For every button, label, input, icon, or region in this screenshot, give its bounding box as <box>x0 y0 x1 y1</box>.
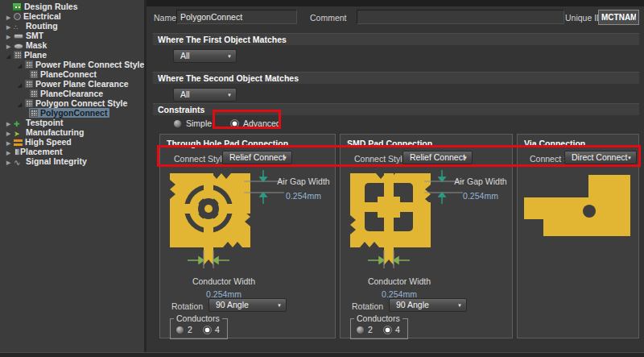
via-connection-panel: Via Connection Connect Style Direct Conn… <box>517 134 639 338</box>
name-input[interactable] <box>176 10 297 24</box>
tree-item-smt[interactable]: SMT <box>0 31 144 40</box>
expand-icon[interactable] <box>4 127 13 137</box>
radio-selected-icon[interactable] <box>230 119 239 128</box>
dropdown-value: All <box>180 89 190 99</box>
first-object-scope-dropdown[interactable]: All <box>173 49 237 63</box>
collapse-icon[interactable] <box>15 79 24 89</box>
tree-item-label: Power Plane Clearance <box>35 79 129 89</box>
expand-icon[interactable] <box>4 118 13 127</box>
radio-icon[interactable] <box>173 119 182 128</box>
dropdown-value: 90 Angle <box>216 300 249 309</box>
air-gap-arrows <box>439 170 445 204</box>
connect-style-label: Connect Style <box>174 154 226 164</box>
radio-icon[interactable] <box>175 326 184 334</box>
tree-item-testpoint[interactable]: Testpoint <box>0 118 144 127</box>
option-label: 2 <box>188 325 192 334</box>
rule-icon <box>30 70 38 78</box>
option-label: 4 <box>395 325 400 334</box>
dropdown-value: All <box>180 51 190 60</box>
rule-icon <box>30 109 38 117</box>
design-rules-tree: Design Rules Electrical Routing SMT Mask… <box>0 0 144 352</box>
placement-icon <box>14 148 20 156</box>
constraints-section-header: Constraints <box>153 103 639 115</box>
expand-icon[interactable] <box>4 156 13 166</box>
expand-icon[interactable] <box>4 11 13 21</box>
radio-selected-icon[interactable] <box>383 326 392 334</box>
tree-item-plane-clearance[interactable]: PlaneClearance <box>0 89 144 98</box>
design-rules-icon <box>12 2 22 11</box>
tree-item-label: Power Plane Connect Style <box>35 60 144 69</box>
connect-style-dropdown[interactable]: Direct Connect <box>564 151 637 164</box>
tree-item-routing[interactable]: Routing <box>0 21 144 31</box>
conductors-label: Conductors <box>354 313 402 323</box>
tree-item-label: Testpoint <box>26 118 63 127</box>
conductors-4-radio[interactable]: 4 <box>203 325 220 334</box>
unique-id-input[interactable] <box>598 10 639 25</box>
conductors-2-radio[interactable]: 2 <box>175 325 192 334</box>
tree-item-plane[interactable]: Plane <box>0 50 144 60</box>
tree-item-label: PlaneConnect <box>40 69 97 79</box>
advanced-mode-radio[interactable]: Advanced <box>230 118 281 128</box>
tree-item-polygon-connect-selected[interactable]: PolygonConnect <box>0 108 144 118</box>
tree-item-label: Mask <box>26 40 47 50</box>
radio-selected-icon[interactable] <box>203 326 212 334</box>
air-gap-width-label: Air Gap Width <box>275 176 332 186</box>
connect-style-dropdown[interactable]: Relief Connect <box>402 151 473 164</box>
conductors-groupbox: Conductors 2 4 <box>170 318 228 339</box>
air-gap-width-label: Air Gap Width <box>452 176 510 186</box>
tree-item-electrical[interactable]: Electrical <box>0 11 144 21</box>
tree-item-design-rules[interactable]: Design Rules <box>0 2 144 11</box>
tree-item-power-plane-clearance[interactable]: Power Plane Clearance <box>0 79 144 89</box>
first-object-section-header: Where The First Object Matches <box>153 33 639 45</box>
through-hole-pad-connection-panel: Through Hole Pad Connection Connect Styl… <box>159 134 336 338</box>
tree-item-label: Polygon Connect Style <box>35 98 127 108</box>
tree-item-high-speed[interactable]: High Speed <box>0 137 144 147</box>
tree-item-power-plane-connect-style[interactable]: Power Plane Connect Style <box>0 60 144 69</box>
smd-pad-connection-panel: SMD Pad Connection Connect Style Relief … <box>340 134 513 338</box>
smd-pad <box>378 197 400 218</box>
conductors-label: Conductors <box>174 313 222 323</box>
tree-item-label: Electrical <box>23 11 61 21</box>
tree-item-label: SMT <box>26 31 43 40</box>
expand-icon[interactable] <box>4 137 13 147</box>
plane-icon <box>25 99 33 107</box>
conductor-width-label: Conductor Width <box>165 276 283 286</box>
comment-label: Comment <box>310 13 347 23</box>
expand-icon[interactable] <box>4 147 13 156</box>
tree-item-polygon-connect-style[interactable]: Polygon Connect Style <box>0 98 144 108</box>
rotation-label: Rotation <box>171 301 203 311</box>
collapse-icon[interactable] <box>15 60 24 69</box>
second-object-scope-dropdown[interactable]: All <box>173 88 237 102</box>
tree-item-label: Manufacturing <box>26 127 84 137</box>
tree-item-label: Placement <box>20 147 63 156</box>
comment-input[interactable] <box>357 10 564 24</box>
signal-integrity-icon <box>14 157 23 166</box>
tree-item-mask[interactable]: Mask <box>0 40 144 50</box>
connect-style-dropdown[interactable]: Relief Connect <box>222 151 292 164</box>
radio-icon[interactable] <box>356 326 365 334</box>
conductors-4-radio[interactable]: 4 <box>383 325 400 334</box>
collapse-icon[interactable] <box>4 50 13 60</box>
expand-icon[interactable] <box>4 21 13 31</box>
unique-id-label: Unique ID <box>565 13 603 23</box>
tree-item-manufacturing[interactable]: Manufacturing <box>0 127 144 137</box>
manufacturing-icon <box>14 128 23 137</box>
electrical-icon <box>14 13 21 20</box>
rotation-dropdown[interactable]: 90 Angle <box>389 298 467 312</box>
tree-item-placement[interactable]: Placement <box>0 147 144 156</box>
expand-icon[interactable] <box>4 40 13 50</box>
plane-icon <box>25 60 33 68</box>
tree-item-label: Design Rules <box>24 2 78 11</box>
tree-item-plane-connect[interactable]: PlaneConnect <box>0 69 144 79</box>
rotation-label: Rotation <box>352 301 383 311</box>
panel-title: Via Connection <box>524 139 585 148</box>
tree-item-signal-integrity[interactable]: Signal Integrity <box>0 156 144 166</box>
expand-icon[interactable] <box>4 31 13 40</box>
collapse-icon[interactable] <box>15 98 24 108</box>
rotation-dropdown[interactable]: 90 Angle <box>208 298 287 312</box>
tree-item-label: Routing <box>26 21 58 31</box>
conductors-2-radio[interactable]: 2 <box>356 325 373 334</box>
dropdown-value: 90 Angle <box>396 300 429 309</box>
option-label: 2 <box>368 325 373 334</box>
simple-mode-radio[interactable]: Simple <box>173 118 212 128</box>
